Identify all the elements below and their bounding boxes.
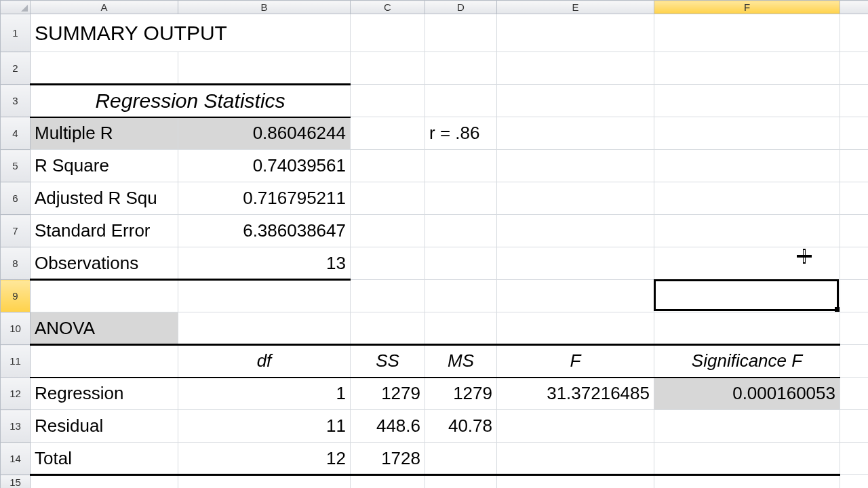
cell-A1[interactable]: SUMMARY OUTPUT — [31, 14, 351, 52]
cell-D2[interactable] — [425, 52, 497, 85]
cell-F13[interactable] — [654, 410, 840, 443]
spreadsheet-viewport[interactable]: A B C D E F 1 SUMMARY OUTPUT 2 3 Regress… — [0, 0, 868, 488]
cell-G9[interactable] — [840, 280, 869, 312]
cell-F10[interactable] — [654, 312, 840, 345]
cell-D10[interactable] — [425, 312, 497, 345]
cell-B9[interactable] — [178, 280, 351, 312]
cell-A2[interactable] — [31, 52, 178, 85]
cell-A7[interactable]: Standard Error — [31, 215, 178, 247]
cell-C1[interactable] — [351, 14, 425, 52]
cell-D7[interactable] — [425, 215, 497, 247]
grid-table[interactable]: A B C D E F 1 SUMMARY OUTPUT 2 3 Regress… — [0, 0, 868, 488]
cell-F8[interactable] — [654, 247, 840, 280]
cell-C5[interactable] — [351, 150, 425, 182]
cell-A6[interactable]: Adjusted R Squ — [31, 182, 178, 215]
cell-B11[interactable]: df — [178, 345, 351, 378]
cell-B7[interactable]: 6.386038647 — [178, 215, 351, 247]
select-all-corner[interactable] — [1, 1, 31, 14]
col-header-E[interactable]: E — [497, 1, 654, 14]
cell-F6[interactable] — [654, 182, 840, 215]
row-header-10[interactable]: 10 — [1, 312, 31, 345]
cell-F11[interactable]: Significance F — [654, 345, 840, 378]
cell-F3[interactable] — [654, 85, 840, 117]
cell-G5[interactable] — [840, 150, 869, 182]
cell-E7[interactable] — [497, 215, 654, 247]
row-header-9[interactable]: 9 — [1, 280, 31, 312]
cell-B2[interactable] — [178, 52, 351, 85]
cell-B14[interactable]: 12 — [178, 443, 351, 475]
col-header-D[interactable]: D — [425, 1, 497, 14]
cell-C7[interactable] — [351, 215, 425, 247]
cell-A9[interactable] — [31, 280, 178, 312]
cell-E10[interactable] — [497, 312, 654, 345]
row-header-6[interactable]: 6 — [1, 182, 31, 215]
row-header-8[interactable]: 8 — [1, 247, 31, 280]
cell-D4[interactable]: r = .86 — [425, 117, 497, 150]
cell-B13[interactable]: 11 — [178, 410, 351, 443]
row-header-1[interactable]: 1 — [1, 14, 31, 52]
cell-F9[interactable] — [654, 280, 840, 312]
col-header-C[interactable]: C — [351, 1, 425, 14]
cell-E3[interactable] — [497, 85, 654, 117]
row-header-13[interactable]: 13 — [1, 410, 31, 443]
cell-E11[interactable]: F — [497, 345, 654, 378]
cell-B5[interactable]: 0.74039561 — [178, 150, 351, 182]
cell-E5[interactable] — [497, 150, 654, 182]
cell-B12[interactable]: 1 — [178, 378, 351, 410]
cell-C9[interactable] — [351, 280, 425, 312]
cell-F12[interactable]: 0.000160053 — [654, 378, 840, 410]
cell-A11[interactable] — [31, 345, 178, 378]
cell-E15[interactable] — [497, 475, 654, 489]
cell-D6[interactable] — [425, 182, 497, 215]
cell-G2[interactable] — [840, 52, 869, 85]
cell-D11[interactable]: MS — [425, 345, 497, 378]
cell-G7[interactable] — [840, 215, 869, 247]
row-header-5[interactable]: 5 — [1, 150, 31, 182]
row-header-4[interactable]: 4 — [1, 117, 31, 150]
cell-C11[interactable]: SS — [351, 345, 425, 378]
cell-A13[interactable]: Residual — [31, 410, 178, 443]
cell-D12[interactable]: 1279 — [425, 378, 497, 410]
col-header-A[interactable]: A — [31, 1, 178, 14]
cell-D13[interactable]: 40.78 — [425, 410, 497, 443]
cell-C3[interactable] — [351, 85, 425, 117]
col-header-G[interactable] — [840, 1, 869, 14]
cell-D15[interactable] — [425, 475, 497, 489]
row-header-3[interactable]: 3 — [1, 85, 31, 117]
cell-E13[interactable] — [497, 410, 654, 443]
cell-A15[interactable] — [31, 475, 178, 489]
cell-C8[interactable] — [351, 247, 425, 280]
row-header-11[interactable]: 11 — [1, 345, 31, 378]
cell-E2[interactable] — [497, 52, 654, 85]
cell-D5[interactable] — [425, 150, 497, 182]
cell-F1[interactable] — [654, 14, 840, 52]
row-header-7[interactable]: 7 — [1, 215, 31, 247]
cell-A3[interactable]: Regression Statistics — [31, 85, 351, 117]
cell-G13[interactable] — [840, 410, 869, 443]
cell-E12[interactable]: 31.37216485 — [497, 378, 654, 410]
cell-G3[interactable] — [840, 85, 869, 117]
col-header-B[interactable]: B — [178, 1, 351, 14]
cell-B4[interactable]: 0.86046244 — [178, 117, 351, 150]
cell-C15[interactable] — [351, 475, 425, 489]
cell-G6[interactable] — [840, 182, 869, 215]
cell-G8[interactable] — [840, 247, 869, 280]
cell-G15[interactable] — [840, 475, 869, 489]
cell-D3[interactable] — [425, 85, 497, 117]
cell-F4[interactable] — [654, 117, 840, 150]
cell-C2[interactable] — [351, 52, 425, 85]
cell-C4[interactable] — [351, 117, 425, 150]
cell-G14[interactable] — [840, 443, 869, 475]
cell-D14[interactable] — [425, 443, 497, 475]
cell-F5[interactable] — [654, 150, 840, 182]
cell-C6[interactable] — [351, 182, 425, 215]
cell-D8[interactable] — [425, 247, 497, 280]
cell-G10[interactable] — [840, 312, 869, 345]
cell-E9[interactable] — [497, 280, 654, 312]
cell-E1[interactable] — [497, 14, 654, 52]
cell-E4[interactable] — [497, 117, 654, 150]
cell-G4[interactable] — [840, 117, 869, 150]
cell-D9[interactable] — [425, 280, 497, 312]
cell-F2[interactable] — [654, 52, 840, 85]
cell-G12[interactable] — [840, 378, 869, 410]
